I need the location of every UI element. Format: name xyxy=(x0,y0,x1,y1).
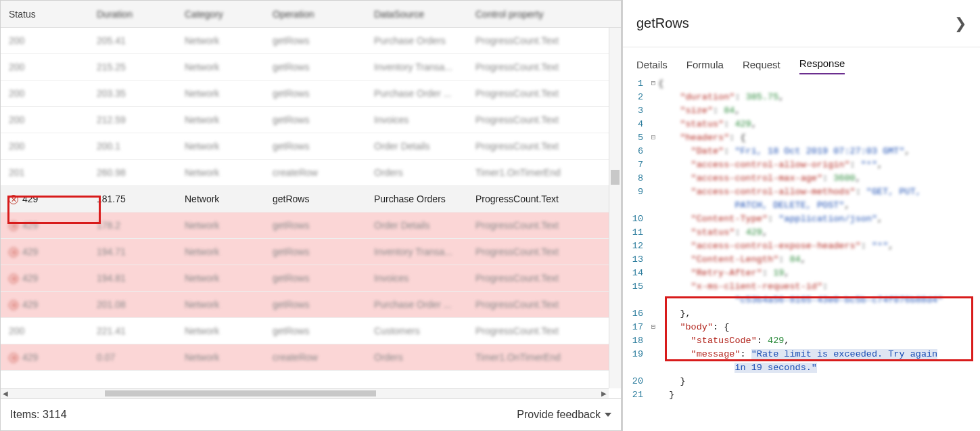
cell-datasource: Invoices xyxy=(366,273,467,283)
cell-status: 200 xyxy=(1,88,89,99)
cell-operation: createRow xyxy=(264,167,366,178)
cell-duration: 200.1 xyxy=(89,141,177,152)
cell-datasource: Orders xyxy=(366,167,467,178)
cell-datasource: Purchase Order ... xyxy=(366,88,467,99)
cell-control: ProgressCount.Text xyxy=(467,325,603,336)
chevron-down-icon xyxy=(605,413,611,417)
vertical-scrollbar[interactable] xyxy=(609,28,621,388)
tab-formula[interactable]: Formula xyxy=(686,59,724,74)
cell-status: 429 xyxy=(1,273,89,283)
details-pane: getRows ❯ Details Formula Request Respon… xyxy=(622,0,980,431)
table-row[interactable]: 200203.35NetworkgetRowsPurchase Order ..… xyxy=(1,81,621,107)
provide-feedback-button[interactable]: Provide feedback xyxy=(517,409,611,421)
table-row[interactable]: 200200.1NetworkgetRowsOrder DetailsProgr… xyxy=(1,133,621,160)
table-row[interactable]: 200212.59NetworkgetRowsInvoicesProgressC… xyxy=(1,107,621,133)
h-scrollbar-thumb[interactable] xyxy=(105,390,376,396)
cell-duration: 205.41 xyxy=(89,35,177,46)
cell-operation: getRows xyxy=(264,299,366,310)
table-row[interactable]: 201260.98NetworkcreateRowOrdersTimer1.On… xyxy=(1,160,621,186)
chevron-right-icon[interactable]: ❯ xyxy=(954,15,966,32)
cell-duration: 221.41 xyxy=(89,325,177,336)
cell-duration: 260.98 xyxy=(89,167,177,178)
cell-duration: 201.08 xyxy=(89,299,177,310)
cell-status: 429 xyxy=(1,220,89,231)
col-status[interactable]: Status xyxy=(1,9,89,20)
table-row[interactable]: 429194.81NetworkgetRowsInvoicesProgressC… xyxy=(1,265,621,292)
table-row[interactable]: 4290.07NetworkcreateRowOrdersTimer1.OnTi… xyxy=(1,344,621,371)
cell-datasource: Order Details xyxy=(366,220,467,231)
v-scrollbar-thumb[interactable] xyxy=(611,170,620,185)
cell-category: Network xyxy=(177,167,264,178)
cell-category: Network xyxy=(177,194,264,204)
cell-operation: getRows xyxy=(264,246,366,257)
tab-details[interactable]: Details xyxy=(636,59,668,74)
table-row[interactable]: 429201.08NetworkgetRowsPurchase Order ..… xyxy=(1,292,621,318)
cell-duration: 212.59 xyxy=(89,114,177,125)
cell-category: Network xyxy=(177,35,264,46)
table-row[interactable]: 200221.41NetworkgetRowsCustomersProgress… xyxy=(1,318,621,344)
cell-status: 200 xyxy=(1,62,89,72)
items-count: Items: 3114 xyxy=(10,409,67,421)
table-header: Status Duration Category Operation DataS… xyxy=(1,1,621,28)
error-icon xyxy=(9,248,18,257)
feedback-label: Provide feedback xyxy=(517,409,601,421)
cell-duration: 215.25 xyxy=(89,62,177,72)
table-rows: 200205.41NetworkgetRowsPurchase OrdersPr… xyxy=(1,28,621,371)
cell-status: 201 xyxy=(1,167,89,178)
cell-control: ProgressCount.Text xyxy=(467,220,603,231)
tab-response[interactable]: Response xyxy=(799,58,845,74)
cell-control: Timer1.OnTimerEnd xyxy=(467,167,603,178)
cell-category: Network xyxy=(177,141,264,152)
cell-category: Network xyxy=(177,352,264,363)
cell-operation: createRow xyxy=(264,352,366,363)
cell-control: ProgressCount.Text xyxy=(467,88,603,99)
cell-duration: 194.71 xyxy=(89,246,177,257)
cell-control: ProgressCount.Text xyxy=(467,35,603,46)
table-row[interactable]: 429178.2NetworkgetRowsOrder DetailsProgr… xyxy=(1,212,621,239)
error-icon xyxy=(9,300,18,310)
cell-operation: getRows xyxy=(264,114,366,125)
cell-operation: getRows xyxy=(264,194,366,204)
table-row[interactable]: 200205.41NetworkgetRowsPurchase OrdersPr… xyxy=(1,28,621,54)
detail-tabs: Details Formula Request Response xyxy=(623,47,980,74)
cell-category: Network xyxy=(177,220,264,231)
cell-category: Network xyxy=(177,299,264,310)
cell-control: ProgressCount.Text xyxy=(467,114,603,125)
cell-control: ProgressCount.Text xyxy=(467,246,603,257)
cell-datasource: Order Details xyxy=(366,141,467,152)
cell-datasource: Customers xyxy=(366,325,467,336)
cell-status: 429 xyxy=(1,299,89,310)
detail-title: getRows xyxy=(636,16,689,31)
col-duration[interactable]: Duration xyxy=(89,9,177,20)
scroll-left-icon[interactable]: ◀ xyxy=(1,390,10,397)
cell-control: ProgressCount.Text xyxy=(467,141,603,152)
col-category[interactable]: Category xyxy=(177,9,264,20)
detail-header: getRows ❯ xyxy=(623,0,980,47)
table-row[interactable]: 429181.75NetworkgetRowsPurchase OrdersPr… xyxy=(1,186,621,212)
cell-category: Network xyxy=(177,246,264,257)
cell-duration: 0.07 xyxy=(89,352,177,363)
response-code[interactable]: 1⊟{ 2 "duration": 385.75, 3 "size": 84, … xyxy=(623,74,980,431)
scroll-right-icon[interactable]: ▶ xyxy=(599,390,609,397)
table-wrap: Status Duration Category Operation DataS… xyxy=(0,0,622,399)
table-row[interactable]: 200215.25NetworkgetRowsInventory Transa.… xyxy=(1,54,621,81)
tab-request[interactable]: Request xyxy=(743,59,780,74)
network-table-pane: Status Duration Category Operation DataS… xyxy=(0,0,622,431)
cell-duration: 181.75 xyxy=(89,194,177,204)
error-icon xyxy=(9,195,18,204)
horizontal-scrollbar[interactable]: ◀ ▶ xyxy=(1,388,609,398)
table-row[interactable]: 429194.71NetworkgetRowsInventory Transa.… xyxy=(1,239,621,265)
col-control[interactable]: Control property xyxy=(467,9,603,20)
col-datasource[interactable]: DataSource xyxy=(366,9,467,20)
cell-control: ProgressCount.Text xyxy=(467,299,603,310)
cell-datasource: Invoices xyxy=(366,114,467,125)
cell-control: ProgressCount.Text xyxy=(467,273,603,283)
cell-operation: getRows xyxy=(264,325,366,336)
cell-datasource: Purchase Orders xyxy=(366,194,467,204)
cell-status: 429 xyxy=(1,194,89,204)
col-operation[interactable]: Operation xyxy=(264,9,366,20)
cell-status: 200 xyxy=(1,114,89,125)
cell-category: Network xyxy=(177,325,264,336)
cell-datasource: Purchase Order ... xyxy=(366,299,467,310)
cell-control: ProgressCount.Text xyxy=(467,62,603,72)
